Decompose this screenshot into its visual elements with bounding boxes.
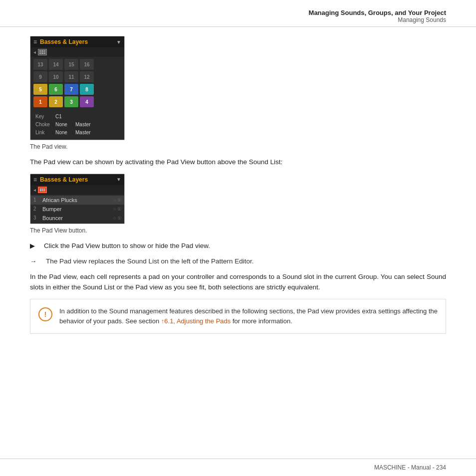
choke-value2: Master — [75, 121, 91, 129]
arrow-sym-icon: → — [30, 256, 40, 267]
key-row: Key C1 — [35, 113, 119, 121]
sound-name-1: African Plucks — [42, 197, 110, 203]
link-value: None — [55, 129, 75, 137]
group-header-1: ≡ Basses & Layers ▼ — [30, 36, 124, 47]
note-link[interactable]: ↑6.1, Adjusting the Pads — [161, 317, 231, 325]
pad-10[interactable]: 10 — [49, 71, 63, 82]
sound-row-1[interactable]: 1 African Plucks ○ ① — [30, 196, 124, 205]
group-name-1: Basses & Layers — [40, 38, 113, 45]
screenshot1-box: ≡ Basses & Layers ▼ ◂ — [30, 36, 125, 140]
pad-row-3: 5 6 7 8 — [33, 84, 121, 95]
key-value: C1 — [55, 113, 75, 121]
pad-row-1: 13 14 15 16 — [33, 59, 121, 70]
menu-icon-2: ≡ — [33, 176, 37, 183]
sound-icons-1: ○ ① — [113, 198, 121, 203]
body-text-1: The Pad view can be shown by activating … — [30, 157, 446, 168]
key-label: Key — [35, 113, 55, 121]
pad-grid-1: 13 14 15 16 9 10 11 12 5 6 — [30, 57, 124, 111]
note-icon: ! — [38, 307, 52, 321]
screenshot2-box: ≡ Basses & Layers ▼ ◂ 1 — [30, 174, 125, 224]
pad-info: Key C1 Choke None Master Link None Maste… — [30, 111, 124, 140]
pad-5[interactable]: 5 — [33, 84, 47, 95]
choke-value: None — [55, 121, 75, 129]
sound-num-3: 3 — [33, 215, 39, 221]
pad-16[interactable]: 16 — [80, 59, 94, 70]
caption1: The Pad view. — [30, 143, 446, 150]
pad-13[interactable]: 13 — [33, 59, 47, 70]
link-label: Link — [35, 129, 55, 137]
sound-num-2: 2 — [33, 206, 39, 212]
note-box: ! In addition to the Sound management fe… — [30, 299, 446, 334]
pad-1[interactable]: 1 — [33, 96, 47, 107]
sound-list: 1 African Plucks ○ ① 2 Bumper ○ ① 3 Boun… — [30, 195, 124, 224]
pad-15[interactable]: 15 — [64, 59, 78, 70]
bullet-point-1: ▶ Click the Pad View button to show or h… — [30, 241, 446, 251]
pad-row-4: 1 2 3 4 — [33, 96, 121, 107]
page-footer: MASCHINE - Manual - 234 — [0, 459, 476, 476]
sound-name-3: Bouncer — [42, 215, 110, 221]
pad-8[interactable]: 8 — [80, 84, 94, 95]
link-value2: Master — [75, 129, 91, 137]
speaker-icon: ◂ — [33, 49, 36, 55]
sound-icons-2: ○ ① — [113, 207, 121, 212]
sound-row-2[interactable]: 2 Bumper ○ ① — [30, 205, 124, 214]
sub-header-1: ◂ — [30, 47, 124, 57]
pad-2[interactable]: 2 — [49, 96, 63, 107]
speaker-icon-2: ◂ — [33, 187, 36, 193]
note-text: In addition to the Sound management feat… — [59, 306, 438, 326]
choke-row: Choke None Master — [35, 121, 119, 129]
choke-label: Choke — [35, 121, 55, 129]
page: Managing Sounds, Groups, and Your Projec… — [0, 0, 476, 476]
sound-icons-3: ○ ① — [113, 216, 121, 221]
footer-text: MASCHINE - Manual - 234 — [374, 464, 446, 471]
header-title: Managing Sounds, Groups, and Your Projec… — [30, 9, 446, 16]
pad-11[interactable]: 11 — [64, 71, 78, 82]
caption2: The Pad View button. — [30, 227, 446, 234]
pad-view-button[interactable] — [38, 187, 47, 193]
content-area: ≡ Basses & Layers ▼ ◂ — [0, 27, 476, 349]
bullet-text-1: Click the Pad View button to show or hid… — [44, 241, 210, 251]
screenshot2-wrapper: ≡ Basses & Layers ▼ ◂ 1 — [30, 174, 446, 234]
menu-icon: ≡ — [33, 38, 37, 45]
group-header-2: ≡ Basses & Layers ▼ — [30, 174, 124, 185]
screenshot1-wrapper: ≡ Basses & Layers ▼ ◂ — [30, 36, 446, 150]
sound-num-1: 1 — [33, 197, 39, 203]
pad-9[interactable]: 9 — [33, 71, 47, 82]
pad-14[interactable]: 14 — [49, 59, 63, 70]
dropdown-arrow-icon-2: ▼ — [116, 177, 121, 182]
pad-6[interactable]: 6 — [49, 84, 63, 95]
arrow-text-1: The Pad view replaces the Sound List on … — [46, 256, 254, 267]
pad-row-2: 9 10 11 12 — [33, 71, 121, 82]
page-header: Managing Sounds, Groups, and Your Projec… — [0, 0, 476, 27]
pad-3[interactable]: 3 — [64, 96, 78, 107]
note-text-after: for more information. — [231, 317, 292, 325]
link-row: Link None Master — [35, 129, 119, 137]
body-text-2: In the Pad view, each cell represents a … — [30, 272, 446, 293]
sub-header-2: ◂ — [30, 185, 124, 195]
pad-4[interactable]: 4 — [80, 96, 94, 107]
arrow-point-1: → The Pad view replaces the Sound List o… — [30, 256, 446, 267]
dropdown-arrow-icon: ▼ — [116, 39, 121, 45]
header-subtitle: Managing Sounds — [30, 16, 446, 23]
pad-12[interactable]: 12 — [80, 71, 94, 82]
sound-row-3[interactable]: 3 Bouncer ○ ① — [30, 214, 124, 223]
pad-grid-icon — [38, 49, 47, 55]
sound-name-2: Bumper — [42, 206, 110, 212]
pad-7[interactable]: 7 — [64, 84, 78, 95]
bullet-arrow-icon: ▶ — [30, 241, 38, 251]
group-name-2: Basses & Layers — [40, 176, 113, 183]
